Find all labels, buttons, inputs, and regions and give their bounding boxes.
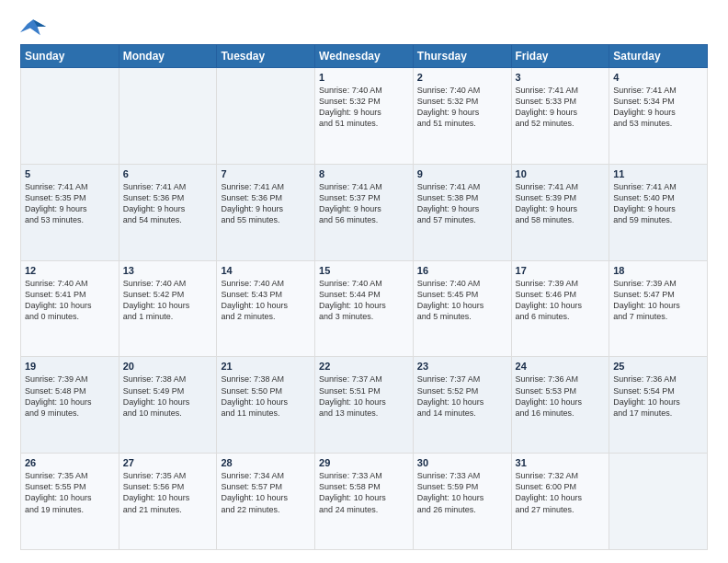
day-cell: 17Sunrise: 7:39 AM Sunset: 5:46 PM Dayli… bbox=[511, 260, 609, 357]
day-info: Sunrise: 7:34 AM Sunset: 5:57 PM Dayligh… bbox=[221, 470, 311, 515]
day-cell: 21Sunrise: 7:38 AM Sunset: 5:50 PM Dayli… bbox=[217, 357, 315, 454]
day-number: 3 bbox=[516, 72, 606, 83]
svg-marker-0 bbox=[20, 19, 46, 35]
day-cell bbox=[609, 454, 708, 550]
day-info: Sunrise: 7:35 AM Sunset: 5:56 PM Dayligh… bbox=[123, 470, 213, 515]
day-info: Sunrise: 7:41 AM Sunset: 5:34 PM Dayligh… bbox=[613, 85, 703, 130]
day-header-thursday: Thursday bbox=[413, 45, 511, 68]
day-cell: 2Sunrise: 7:40 AM Sunset: 5:32 PM Daylig… bbox=[413, 68, 511, 165]
day-header-tuesday: Tuesday bbox=[217, 45, 315, 68]
logo-icon bbox=[20, 17, 46, 37]
day-info: Sunrise: 7:40 AM Sunset: 5:44 PM Dayligh… bbox=[319, 278, 409, 323]
day-header-monday: Monday bbox=[119, 45, 217, 68]
day-number: 10 bbox=[516, 168, 606, 179]
day-info: Sunrise: 7:40 AM Sunset: 5:43 PM Dayligh… bbox=[221, 278, 311, 323]
day-number: 22 bbox=[319, 361, 409, 372]
day-cell: 1Sunrise: 7:40 AM Sunset: 5:32 PM Daylig… bbox=[315, 68, 414, 165]
day-cell: 29Sunrise: 7:33 AM Sunset: 5:58 PM Dayli… bbox=[315, 454, 414, 550]
day-info: Sunrise: 7:40 AM Sunset: 5:41 PM Dayligh… bbox=[25, 278, 115, 323]
day-cell: 31Sunrise: 7:32 AM Sunset: 6:00 PM Dayli… bbox=[511, 454, 609, 550]
day-number: 23 bbox=[417, 361, 507, 372]
day-number: 4 bbox=[613, 72, 703, 83]
day-cell: 3Sunrise: 7:41 AM Sunset: 5:33 PM Daylig… bbox=[511, 68, 609, 165]
day-number: 12 bbox=[25, 265, 115, 276]
day-info: Sunrise: 7:38 AM Sunset: 5:50 PM Dayligh… bbox=[221, 373, 311, 419]
day-number: 13 bbox=[123, 265, 213, 276]
day-cell: 25Sunrise: 7:36 AM Sunset: 5:54 PM Dayli… bbox=[609, 357, 708, 454]
day-header-friday: Friday bbox=[511, 45, 609, 68]
day-cell: 19Sunrise: 7:39 AM Sunset: 5:48 PM Dayli… bbox=[21, 357, 119, 454]
day-cell: 9Sunrise: 7:41 AM Sunset: 5:38 PM Daylig… bbox=[413, 164, 511, 260]
day-cell: 12Sunrise: 7:40 AM Sunset: 5:41 PM Dayli… bbox=[21, 260, 119, 357]
logo bbox=[20, 17, 50, 37]
header bbox=[20, 17, 708, 37]
day-info: Sunrise: 7:36 AM Sunset: 5:54 PM Dayligh… bbox=[613, 373, 703, 419]
day-info: Sunrise: 7:36 AM Sunset: 5:53 PM Dayligh… bbox=[516, 373, 606, 419]
day-cell bbox=[21, 68, 119, 165]
day-number: 1 bbox=[319, 72, 409, 83]
day-number: 30 bbox=[417, 457, 507, 468]
day-info: Sunrise: 7:33 AM Sunset: 5:58 PM Dayligh… bbox=[319, 470, 409, 515]
day-cell: 24Sunrise: 7:36 AM Sunset: 5:53 PM Dayli… bbox=[511, 357, 609, 454]
day-cell bbox=[119, 68, 217, 165]
day-number: 29 bbox=[319, 457, 409, 468]
day-cell: 20Sunrise: 7:38 AM Sunset: 5:49 PM Dayli… bbox=[119, 357, 217, 454]
day-info: Sunrise: 7:37 AM Sunset: 5:51 PM Dayligh… bbox=[319, 373, 409, 419]
week-row-4: 19Sunrise: 7:39 AM Sunset: 5:48 PM Dayli… bbox=[21, 357, 708, 454]
day-cell: 28Sunrise: 7:34 AM Sunset: 5:57 PM Dayli… bbox=[217, 454, 315, 550]
day-number: 28 bbox=[221, 457, 311, 468]
day-info: Sunrise: 7:40 AM Sunset: 5:32 PM Dayligh… bbox=[319, 85, 409, 130]
day-number: 26 bbox=[25, 457, 115, 468]
day-cell: 26Sunrise: 7:35 AM Sunset: 5:55 PM Dayli… bbox=[21, 454, 119, 550]
day-cell: 15Sunrise: 7:40 AM Sunset: 5:44 PM Dayli… bbox=[315, 260, 414, 357]
day-info: Sunrise: 7:41 AM Sunset: 5:40 PM Dayligh… bbox=[613, 181, 703, 226]
day-number: 14 bbox=[221, 265, 311, 276]
day-info: Sunrise: 7:41 AM Sunset: 5:39 PM Dayligh… bbox=[516, 181, 606, 226]
day-cell: 22Sunrise: 7:37 AM Sunset: 5:51 PM Dayli… bbox=[315, 357, 414, 454]
day-info: Sunrise: 7:41 AM Sunset: 5:35 PM Dayligh… bbox=[25, 181, 115, 226]
day-number: 8 bbox=[319, 168, 409, 179]
day-number: 25 bbox=[613, 361, 703, 372]
day-number: 11 bbox=[613, 168, 703, 179]
day-info: Sunrise: 7:41 AM Sunset: 5:36 PM Dayligh… bbox=[123, 181, 213, 226]
week-row-1: 1Sunrise: 7:40 AM Sunset: 5:32 PM Daylig… bbox=[21, 68, 708, 165]
day-info: Sunrise: 7:40 AM Sunset: 5:32 PM Dayligh… bbox=[417, 85, 507, 130]
header-row: SundayMondayTuesdayWednesdayThursdayFrid… bbox=[21, 45, 708, 68]
week-row-5: 26Sunrise: 7:35 AM Sunset: 5:55 PM Dayli… bbox=[21, 454, 708, 550]
day-cell: 13Sunrise: 7:40 AM Sunset: 5:42 PM Dayli… bbox=[119, 260, 217, 357]
day-info: Sunrise: 7:33 AM Sunset: 5:59 PM Dayligh… bbox=[417, 470, 507, 515]
week-row-3: 12Sunrise: 7:40 AM Sunset: 5:41 PM Dayli… bbox=[21, 260, 708, 357]
day-number: 15 bbox=[319, 265, 409, 276]
day-info: Sunrise: 7:32 AM Sunset: 6:00 PM Dayligh… bbox=[516, 470, 606, 515]
day-cell: 6Sunrise: 7:41 AM Sunset: 5:36 PM Daylig… bbox=[119, 164, 217, 260]
page: SundayMondayTuesdayWednesdayThursdayFrid… bbox=[0, 0, 728, 563]
day-info: Sunrise: 7:39 AM Sunset: 5:47 PM Dayligh… bbox=[613, 278, 703, 323]
day-cell: 14Sunrise: 7:40 AM Sunset: 5:43 PM Dayli… bbox=[217, 260, 315, 357]
day-number: 5 bbox=[25, 168, 115, 179]
day-number: 24 bbox=[516, 361, 606, 372]
day-cell: 11Sunrise: 7:41 AM Sunset: 5:40 PM Dayli… bbox=[609, 164, 708, 260]
day-info: Sunrise: 7:40 AM Sunset: 5:45 PM Dayligh… bbox=[417, 278, 507, 323]
day-cell: 5Sunrise: 7:41 AM Sunset: 5:35 PM Daylig… bbox=[21, 164, 119, 260]
day-info: Sunrise: 7:41 AM Sunset: 5:33 PM Dayligh… bbox=[516, 85, 606, 130]
day-cell: 4Sunrise: 7:41 AM Sunset: 5:34 PM Daylig… bbox=[609, 68, 708, 165]
day-cell: 7Sunrise: 7:41 AM Sunset: 5:36 PM Daylig… bbox=[217, 164, 315, 260]
day-header-saturday: Saturday bbox=[609, 45, 708, 68]
day-cell: 27Sunrise: 7:35 AM Sunset: 5:56 PM Dayli… bbox=[119, 454, 217, 550]
day-number: 31 bbox=[516, 457, 606, 468]
day-number: 9 bbox=[417, 168, 507, 179]
day-cell: 16Sunrise: 7:40 AM Sunset: 5:45 PM Dayli… bbox=[413, 260, 511, 357]
day-cell: 30Sunrise: 7:33 AM Sunset: 5:59 PM Dayli… bbox=[413, 454, 511, 550]
week-row-2: 5Sunrise: 7:41 AM Sunset: 5:35 PM Daylig… bbox=[21, 164, 708, 260]
day-cell: 10Sunrise: 7:41 AM Sunset: 5:39 PM Dayli… bbox=[511, 164, 609, 260]
day-cell: 23Sunrise: 7:37 AM Sunset: 5:52 PM Dayli… bbox=[413, 357, 511, 454]
day-number: 18 bbox=[613, 265, 703, 276]
day-number: 19 bbox=[25, 361, 115, 372]
day-header-sunday: Sunday bbox=[21, 45, 119, 68]
day-number: 27 bbox=[123, 457, 213, 468]
day-number: 20 bbox=[123, 361, 213, 372]
day-info: Sunrise: 7:41 AM Sunset: 5:37 PM Dayligh… bbox=[319, 181, 409, 226]
day-info: Sunrise: 7:38 AM Sunset: 5:49 PM Dayligh… bbox=[123, 373, 213, 419]
day-number: 6 bbox=[123, 168, 213, 179]
calendar-table: SundayMondayTuesdayWednesdayThursdayFrid… bbox=[20, 44, 708, 550]
